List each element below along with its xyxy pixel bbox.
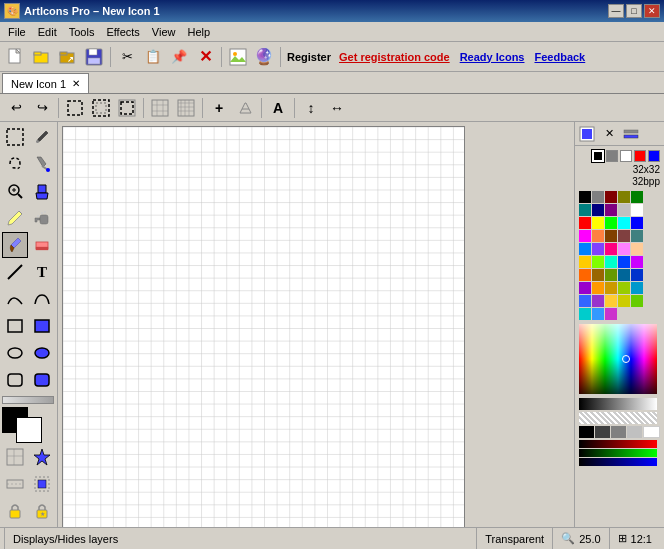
palette-color-37[interactable] <box>605 282 617 294</box>
tab-new-icon-1[interactable]: New Icon 1 ✕ <box>2 73 89 93</box>
save-button[interactable] <box>82 45 106 69</box>
palette-color-19[interactable] <box>631 230 643 242</box>
ellipse-outline-tool[interactable] <box>2 340 28 366</box>
text-tool-button[interactable]: A <box>266 96 290 120</box>
image-button[interactable] <box>226 45 250 69</box>
palette-color-38[interactable] <box>618 282 630 294</box>
menu-edit[interactable]: Edit <box>32 24 63 40</box>
select-rect-button[interactable] <box>63 96 87 120</box>
select-all-button[interactable] <box>89 96 113 120</box>
palette-color-25[interactable] <box>579 256 591 268</box>
zoom-tool[interactable] <box>2 178 28 204</box>
palette-color-29[interactable] <box>631 256 643 268</box>
delete-button[interactable]: ✕ <box>193 45 217 69</box>
palette-color-9[interactable] <box>631 204 643 216</box>
palette-color-33[interactable] <box>618 269 630 281</box>
move-up-button[interactable]: ↕ <box>299 96 323 120</box>
paint-button[interactable] <box>233 96 257 120</box>
menu-effects[interactable]: Effects <box>100 24 145 40</box>
palette-color-34[interactable] <box>631 269 643 281</box>
palette-color-15[interactable] <box>579 230 591 242</box>
ellipse-fill-tool[interactable] <box>29 340 55 366</box>
palette-color-11[interactable] <box>592 217 604 229</box>
brush-tool[interactable] <box>2 232 28 258</box>
palette-color-0[interactable] <box>579 191 591 203</box>
cut-button[interactable]: ✂ <box>115 45 139 69</box>
close-image-button[interactable]: ✕ <box>599 125 619 143</box>
bucket-tool[interactable] <box>29 178 55 204</box>
palette-color-30[interactable] <box>579 269 591 281</box>
palette-color-27[interactable] <box>605 256 617 268</box>
shade-light[interactable] <box>627 426 642 438</box>
colorize-tool[interactable] <box>29 471 55 497</box>
palette-red-small[interactable] <box>634 150 646 162</box>
shade-white[interactable] <box>643 426 660 438</box>
paste-button[interactable]: 📌 <box>167 45 191 69</box>
grid-button[interactable] <box>148 96 172 120</box>
select-region-button[interactable] <box>115 96 139 120</box>
preview-button[interactable] <box>577 125 597 143</box>
palette-color-14[interactable] <box>631 217 643 229</box>
shade-dark[interactable] <box>595 426 610 438</box>
menu-tools[interactable]: Tools <box>63 24 101 40</box>
icon-canvas[interactable] <box>62 126 465 529</box>
palette-color-42[interactable] <box>605 295 617 307</box>
eyedropper-tool[interactable] <box>29 124 55 150</box>
tab-close-button[interactable]: ✕ <box>72 78 80 89</box>
palette-color-46[interactable] <box>592 308 604 320</box>
palette-blue-small[interactable] <box>648 150 660 162</box>
background-color[interactable] <box>16 417 42 443</box>
rect-fill-tool[interactable] <box>29 313 55 339</box>
feedback-link[interactable]: Feedback <box>530 51 589 63</box>
palette-color-5[interactable] <box>579 204 591 216</box>
palette-color-44[interactable] <box>631 295 643 307</box>
grayscale-bar[interactable] <box>579 398 657 410</box>
add-pixel-button[interactable]: + <box>207 96 231 120</box>
pencil-tool[interactable] <box>2 205 28 231</box>
menu-view[interactable]: View <box>146 24 182 40</box>
ready-icons-link[interactable]: Ready Icons <box>456 51 529 63</box>
get-registration-link[interactable]: Get registration code <box>335 51 454 63</box>
shade-mid[interactable] <box>611 426 626 438</box>
palette-color-7[interactable] <box>605 204 617 216</box>
bezier-tool[interactable] <box>29 286 55 312</box>
palette-color-32[interactable] <box>605 269 617 281</box>
blur-tool[interactable] <box>2 471 28 497</box>
palette-color-4[interactable] <box>631 191 643 203</box>
palette-color-36[interactable] <box>592 282 604 294</box>
star-tool[interactable] <box>29 444 55 470</box>
palette-color-6[interactable] <box>592 204 604 216</box>
palette-color-8[interactable] <box>618 204 630 216</box>
rounded-rect-fill-tool[interactable] <box>29 367 55 393</box>
selection-tool[interactable] <box>2 124 28 150</box>
maximize-button[interactable]: □ <box>626 4 642 18</box>
undo-button[interactable]: ↩ <box>4 96 28 120</box>
shade-black[interactable] <box>579 426 594 438</box>
airbrush-tool[interactable] <box>29 205 55 231</box>
palette-color-40[interactable] <box>579 295 591 307</box>
palette-color-16[interactable] <box>592 230 604 242</box>
curve-tool[interactable] <box>2 286 28 312</box>
open-button[interactable] <box>30 45 54 69</box>
layers-button[interactable] <box>621 125 641 143</box>
lasso-tool[interactable] <box>2 151 28 177</box>
palette-color-47[interactable] <box>605 308 617 320</box>
red-bar[interactable] <box>579 440 657 448</box>
open2-button[interactable]: ↗ <box>56 45 80 69</box>
line-tool[interactable] <box>2 259 28 285</box>
palette-color-41[interactable] <box>592 295 604 307</box>
palette-white[interactable] <box>620 150 632 162</box>
menu-help[interactable]: Help <box>181 24 216 40</box>
gradient-picker[interactable] <box>579 324 657 394</box>
rounded-rect-tool[interactable] <box>2 367 28 393</box>
lock-tool[interactable] <box>2 498 28 524</box>
palette-color-13[interactable] <box>618 217 630 229</box>
palette-color-24[interactable] <box>631 243 643 255</box>
palette-color-1[interactable] <box>592 191 604 203</box>
palette-color-20[interactable] <box>579 243 591 255</box>
palette-color-45[interactable] <box>579 308 591 320</box>
palette-color-22[interactable] <box>605 243 617 255</box>
palette-color-43[interactable] <box>618 295 630 307</box>
palette-color-18[interactable] <box>618 230 630 242</box>
copy-button[interactable]: 📋 <box>141 45 165 69</box>
